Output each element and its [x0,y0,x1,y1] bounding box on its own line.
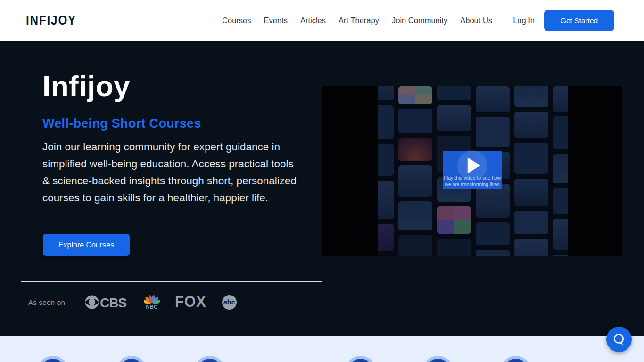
nbc-peacock-icon [144,295,160,305]
abc-logo: abc [222,295,237,310]
video-player[interactable]: Play this video to see how we are transf… [322,86,622,256]
cbs-eye-icon: CBS [85,295,130,310]
play-icon[interactable] [467,157,480,173]
category-circle-icon [37,356,68,362]
press-row: As seen on CBS NBC [28,288,237,316]
hero-subtitle: Well-being Short Courses [42,116,201,131]
category-circle-inner [197,359,223,362]
category-circle-inner [348,359,373,362]
login-link[interactable]: Log In [513,16,535,25]
category-circle-inner [119,359,144,362]
nav-link-events[interactable]: Events [264,16,288,25]
explore-courses-button[interactable]: Explore Courses [43,234,130,256]
nav-link-art-therapy[interactable]: Art Therapy [339,16,379,25]
svg-text:CBS: CBS [100,296,126,310]
hero-title: Infijoy [42,69,130,103]
as-seen-on-label: As seen on [28,298,65,306]
category-circle-inner [40,359,66,362]
category-circle-icon [422,356,454,362]
get-started-button[interactable]: Get Started [544,10,614,31]
category-circle-inner [503,359,528,362]
nbc-logo: NBC [144,295,160,310]
nav-link-join-community[interactable]: Join Community [392,16,447,25]
nav-link-courses[interactable]: Courses [222,16,251,25]
category-circle-icon [345,356,376,362]
categories-section [0,336,644,362]
category-circle-icon [500,356,531,362]
nbc-label: NBC [146,304,157,310]
infijoy-logo[interactable]: INFIJOY [26,13,76,28]
cbs-logo: CBS [85,295,130,310]
video-play-overlay[interactable]: Play this video to see how we are transf… [443,151,502,189]
video-caption: Play this video to see how we are transf… [439,175,505,188]
nav-links: Courses Events Articles Art Therapy Join… [222,16,492,25]
category-circle-inner [425,359,451,362]
hero-section: Infijoy Well-being Short Courses Join ou… [0,41,644,336]
help-beacon-button[interactable] [606,327,632,352]
video-caption-line2: we are transforming lives [439,181,505,188]
hero-description: Join our learning community for expert g… [42,139,301,206]
video-caption-line1: Play this video to see how [439,175,505,181]
nav-link-about-us[interactable]: About Us [460,16,492,25]
nav-link-articles[interactable]: Articles [300,16,326,25]
press-divider [21,281,322,282]
chat-bubble-icon [612,333,626,346]
fox-logo: FOX [175,293,206,311]
navbar: INFIJOY Courses Events Articles Art Ther… [0,0,644,41]
category-circle-icon [116,356,147,362]
category-circle-icon [194,356,225,362]
